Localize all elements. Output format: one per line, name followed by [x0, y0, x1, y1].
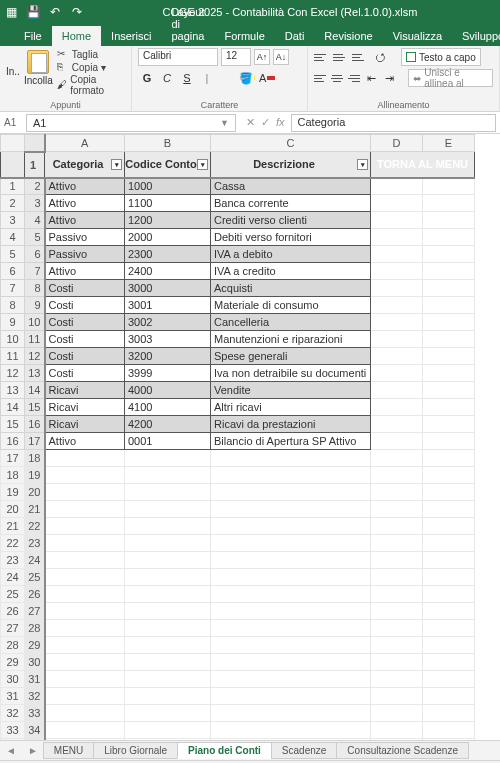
header-descrizione[interactable]: Descrizione▾: [211, 152, 371, 178]
align-left-button[interactable]: [314, 70, 327, 86]
cell-descrizione[interactable]: Altri ricavi: [211, 399, 371, 416]
sheet-tab-menu[interactable]: MENU: [43, 742, 94, 759]
cell-codice[interactable]: 2400: [125, 263, 211, 280]
tab-view[interactable]: Visualizza: [383, 26, 452, 46]
filter-icon[interactable]: ▾: [197, 159, 208, 170]
row-header[interactable]: 7: [1, 280, 25, 297]
save-icon[interactable]: 💾: [26, 5, 40, 19]
frozen-row-number[interactable]: 31: [25, 671, 45, 688]
row-header[interactable]: 24: [1, 569, 25, 586]
frozen-row-number[interactable]: 3: [25, 195, 45, 212]
decrease-indent-button[interactable]: ⇤: [363, 69, 378, 87]
align-center-button[interactable]: [330, 70, 343, 86]
cell-codice[interactable]: 1000: [125, 178, 211, 195]
sheet-tab-consultazione[interactable]: Consultazione Scadenze: [336, 742, 469, 759]
row-header[interactable]: 8: [1, 297, 25, 314]
frozen-row-number[interactable]: 22: [25, 518, 45, 535]
frozen-row-number[interactable]: 18: [25, 450, 45, 467]
frozen-row-number[interactable]: 24: [25, 552, 45, 569]
tab-home[interactable]: Home: [52, 26, 101, 46]
row-header[interactable]: 18: [1, 467, 25, 484]
cell-categoria[interactable]: Attivo: [45, 212, 125, 229]
frozen-row-number[interactable]: 26: [25, 586, 45, 603]
frozen-row-number[interactable]: 20: [25, 484, 45, 501]
row-header[interactable]: 4: [1, 229, 25, 246]
fill-color-button[interactable]: 🪣: [238, 69, 256, 87]
cell-codice[interactable]: 3003: [125, 331, 211, 348]
cell-categoria[interactable]: Attivo: [45, 178, 125, 195]
underline-button[interactable]: S: [178, 69, 196, 87]
row-header[interactable]: 26: [1, 603, 25, 620]
col-header-a[interactable]: A: [45, 135, 125, 152]
cell-codice[interactable]: 4100: [125, 399, 211, 416]
tab-layout[interactable]: Layout di pagina: [161, 2, 214, 46]
frozen-row-number[interactable]: 21: [25, 501, 45, 518]
cell-descrizione[interactable]: Debiti verso fornitori: [211, 229, 371, 246]
frozen-row-number[interactable]: 29: [25, 637, 45, 654]
frozen-row-number[interactable]: 7: [25, 263, 45, 280]
cell-descrizione[interactable]: Iva non detraibile su documenti: [211, 365, 371, 382]
paste-button[interactable]: Incolla: [24, 48, 53, 86]
frozen-row-number[interactable]: 28: [25, 620, 45, 637]
increase-indent-button[interactable]: ⇥: [382, 69, 397, 87]
frozen-row-number[interactable]: 33: [25, 705, 45, 722]
row-header[interactable]: 16: [1, 433, 25, 450]
cell-codice[interactable]: 4000: [125, 382, 211, 399]
row-header[interactable]: 9: [1, 314, 25, 331]
col-header-b[interactable]: B: [125, 135, 211, 152]
decrease-font-button[interactable]: A↓: [273, 49, 289, 65]
cut-button[interactable]: ✂Taglia: [57, 48, 125, 60]
worksheet-grid[interactable]: A B C D E 1 Categoria▾ Codice Conto▾ Des…: [0, 134, 500, 740]
tab-formulas[interactable]: Formule: [214, 26, 274, 46]
frozen-row-number[interactable]: 23: [25, 535, 45, 552]
frozen-row-number[interactable]: 25: [25, 569, 45, 586]
undo-icon[interactable]: ↶: [48, 5, 62, 19]
frozen-row-number[interactable]: 5: [25, 229, 45, 246]
format-painter-button[interactable]: 🖌Copia formato: [57, 74, 125, 96]
frozen-row-number[interactable]: 17: [25, 433, 45, 450]
formula-input[interactable]: Categoria: [291, 114, 496, 132]
frozen-row-number[interactable]: 19: [25, 467, 45, 484]
row-header[interactable]: 31: [1, 688, 25, 705]
font-size-select[interactable]: 12: [221, 48, 251, 66]
frozen-row-number[interactable]: 12: [25, 348, 45, 365]
row-header[interactable]: 30: [1, 671, 25, 688]
cell-codice[interactable]: 1200: [125, 212, 211, 229]
font-name-select[interactable]: Calibri: [138, 48, 218, 66]
frozen-row-number[interactable]: 6: [25, 246, 45, 263]
merge-cells-button[interactable]: ⬌Unisci e allinea al: [408, 69, 493, 87]
wrap-text-button[interactable]: Testo a capo: [401, 48, 481, 66]
row-header[interactable]: 13: [1, 382, 25, 399]
frozen-row-number[interactable]: 9: [25, 297, 45, 314]
header-codice[interactable]: Codice Conto▾: [125, 152, 211, 178]
cell-categoria[interactable]: Costi: [45, 331, 125, 348]
row-header[interactable]: 34: [1, 739, 25, 741]
row-header[interactable]: 6: [1, 263, 25, 280]
row-header[interactable]: 19: [1, 484, 25, 501]
tab-data[interactable]: Dati: [275, 26, 315, 46]
fx-icon[interactable]: fx: [276, 116, 285, 129]
cell-categoria[interactable]: Attivo: [45, 263, 125, 280]
align-middle-button[interactable]: [333, 49, 349, 65]
cancel-formula-icon[interactable]: ✕: [246, 116, 255, 129]
cell-codice[interactable]: 1100: [125, 195, 211, 212]
row-header[interactable]: 29: [1, 654, 25, 671]
cell-descrizione[interactable]: Bilancio di Apertura SP Attivo: [211, 433, 371, 450]
cell-descrizione[interactable]: IVA a debito: [211, 246, 371, 263]
row-header[interactable]: 32: [1, 705, 25, 722]
bold-button[interactable]: G: [138, 69, 156, 87]
redo-icon[interactable]: ↷: [70, 5, 84, 19]
cell-descrizione[interactable]: Manutenzioni e riparazioni: [211, 331, 371, 348]
align-top-button[interactable]: [314, 49, 330, 65]
borders-button[interactable]: [218, 69, 236, 87]
row-header[interactable]: 23: [1, 552, 25, 569]
row-header[interactable]: 17: [1, 450, 25, 467]
enter-formula-icon[interactable]: ✓: [261, 116, 270, 129]
cell-categoria[interactable]: Costi: [45, 297, 125, 314]
cell-descrizione[interactable]: Ricavi da prestazioni: [211, 416, 371, 433]
row-header[interactable]: 28: [1, 637, 25, 654]
frozen-row-number[interactable]: 32: [25, 688, 45, 705]
frozen-row-number[interactable]: 27: [25, 603, 45, 620]
sheet-tab-scadenze[interactable]: Scadenze: [271, 742, 337, 759]
cell-codice[interactable]: 3000: [125, 280, 211, 297]
